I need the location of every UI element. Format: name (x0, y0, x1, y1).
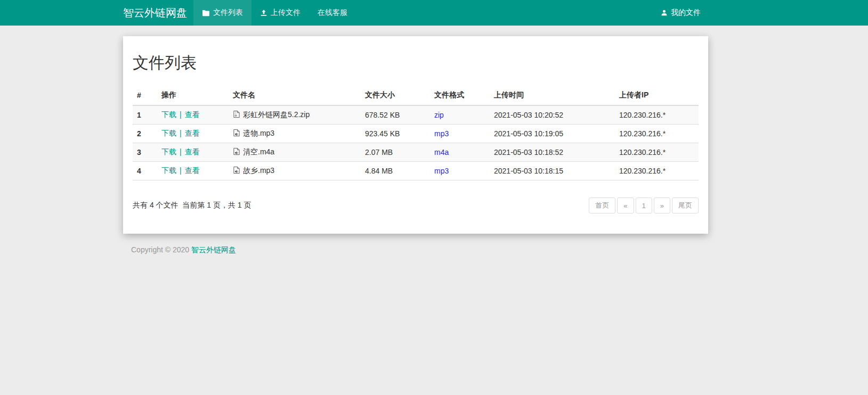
row-filename: 故乡.mp3 (229, 162, 361, 180)
file-count-summary: 共有 4 个文件 当前第 1 页，共 1 页 (133, 201, 251, 210)
row-actions: 下载|查看 (157, 105, 229, 125)
row-upload-time: 2021-05-03 10:18:15 (490, 162, 615, 180)
view-link[interactable]: 查看 (185, 110, 200, 119)
nav-item-label: 上传文件 (271, 8, 301, 18)
download-link[interactable]: 下载 (161, 129, 176, 137)
file-audio-icon (233, 147, 240, 155)
table-row: 4下载|查看故乡.mp34.84 MBmp32021-05-03 10:18:1… (133, 162, 699, 180)
page-title: 文件列表 (133, 52, 699, 74)
navbar: 智云外链网盘 文件列表上传文件在线客服 我的文件 (0, 0, 868, 26)
column-header-3: 文件名 (229, 86, 361, 105)
row-filename: 清空.m4a (229, 143, 361, 162)
row-uploader-ip: 120.230.216.* (615, 105, 699, 125)
pagination-last-page[interactable]: 尾页 (672, 198, 699, 213)
row-upload-time: 2021-05-03 10:19:05 (490, 125, 615, 143)
row-actions: 下载|查看 (157, 143, 229, 162)
filename-text: 彩虹外链网盘5.2.zip (243, 110, 310, 119)
format-link[interactable]: zip (434, 111, 444, 119)
action-separator: | (180, 166, 182, 175)
table-row: 1下载|查看彩虹外链网盘5.2.zip678.52 KBzip2021-05-0… (133, 105, 699, 125)
nav-item-my-files[interactable]: 我的文件 (653, 0, 708, 26)
format-link[interactable]: mp3 (434, 129, 449, 138)
nav-right-label: 我的文件 (671, 8, 701, 18)
row-filesize: 923.45 KB (361, 125, 430, 143)
nav-item-label: 文件列表 (213, 8, 243, 18)
view-link[interactable]: 查看 (185, 166, 200, 175)
file-archive-icon (233, 110, 240, 118)
row-upload-time: 2021-05-03 10:20:52 (490, 105, 615, 125)
filename-text: 清空.m4a (243, 147, 274, 156)
file-audio-icon (233, 166, 240, 174)
action-separator: | (180, 129, 182, 137)
footer-brand-link[interactable]: 智云外链网盘 (191, 245, 236, 254)
folder-icon (202, 10, 210, 17)
file-table: #操作文件名文件大小文件格式上传时间上传者IP 1下载|查看彩虹外链网盘5.2.… (133, 86, 699, 180)
download-link[interactable]: 下载 (161, 147, 176, 156)
column-header-6: 上传时间 (490, 86, 615, 105)
row-index: 3 (133, 143, 157, 162)
column-header-7: 上传者IP (615, 86, 699, 105)
file-table-body: 1下载|查看彩虹外链网盘5.2.zip678.52 KBzip2021-05-0… (133, 105, 699, 180)
row-filename: 遗物.mp3 (229, 125, 361, 143)
column-header-4: 文件大小 (361, 86, 430, 105)
row-uploader-ip: 120.230.216.* (615, 162, 699, 180)
pagination-first-page[interactable]: 首页 (589, 198, 615, 213)
filename-text: 遗物.mp3 (243, 129, 274, 137)
table-row: 2下载|查看遗物.mp3923.45 KBmp32021-05-03 10:19… (133, 125, 699, 143)
column-header-2: 操作 (157, 86, 229, 105)
row-filename: 彩虹外链网盘5.2.zip (229, 105, 361, 125)
nav-item-1[interactable]: 文件列表 (193, 0, 252, 26)
view-link[interactable]: 查看 (185, 129, 200, 137)
row-actions: 下载|查看 (157, 162, 229, 180)
action-separator: | (180, 110, 182, 119)
table-row: 3下载|查看清空.m4a2.07 MBm4a2021-05-03 10:18:5… (133, 143, 699, 162)
nav-item-3[interactable]: 在线客服 (309, 0, 356, 26)
format-link[interactable]: m4a (434, 148, 449, 157)
nav-item-2[interactable]: 上传文件 (252, 0, 309, 26)
file-audio-icon (233, 129, 240, 137)
row-filesize: 678.52 KB (361, 105, 430, 125)
pagination-next-page[interactable]: » (654, 198, 670, 213)
copyright-text: Copyright © 2020 (131, 245, 191, 254)
row-format: m4a (430, 143, 490, 162)
brand[interactable]: 智云外链网盘 (123, 0, 187, 26)
nav-item-label: 在线客服 (318, 8, 347, 18)
row-index: 4 (133, 162, 157, 180)
row-format: mp3 (430, 125, 490, 143)
footer: Copyright © 2020 智云外链网盘 (123, 245, 708, 255)
row-index: 1 (133, 105, 157, 125)
row-uploader-ip: 120.230.216.* (615, 143, 699, 162)
view-link[interactable]: 查看 (185, 147, 200, 156)
row-index: 2 (133, 125, 157, 143)
filename-text: 故乡.mp3 (243, 166, 274, 175)
action-separator: | (180, 147, 182, 156)
row-actions: 下载|查看 (157, 125, 229, 143)
column-header-5: 文件格式 (430, 86, 490, 105)
user-icon (661, 9, 668, 17)
row-format: zip (430, 105, 490, 125)
download-link[interactable]: 下载 (161, 166, 176, 175)
row-filesize: 4.84 MB (361, 162, 430, 180)
upload-icon (260, 9, 267, 17)
format-link[interactable]: mp3 (434, 167, 449, 175)
nav-menu: 文件列表上传文件在线客服 (193, 0, 653, 26)
download-link[interactable]: 下载 (161, 110, 176, 119)
row-uploader-ip: 120.230.216.* (615, 125, 699, 143)
pagination-page-1[interactable]: 1 (636, 198, 652, 213)
file-list-card: 文件列表 #操作文件名文件大小文件格式上传时间上传者IP 1下载|查看彩虹外链网… (123, 36, 708, 234)
column-header-1: # (133, 86, 157, 105)
row-filesize: 2.07 MB (361, 143, 430, 162)
row-format: mp3 (430, 162, 490, 180)
pagination: 首页«1»尾页 (589, 198, 699, 213)
pagination-prev-page[interactable]: « (617, 198, 634, 213)
row-upload-time: 2021-05-03 10:18:52 (490, 143, 615, 162)
table-header-row: #操作文件名文件大小文件格式上传时间上传者IP (133, 86, 699, 105)
